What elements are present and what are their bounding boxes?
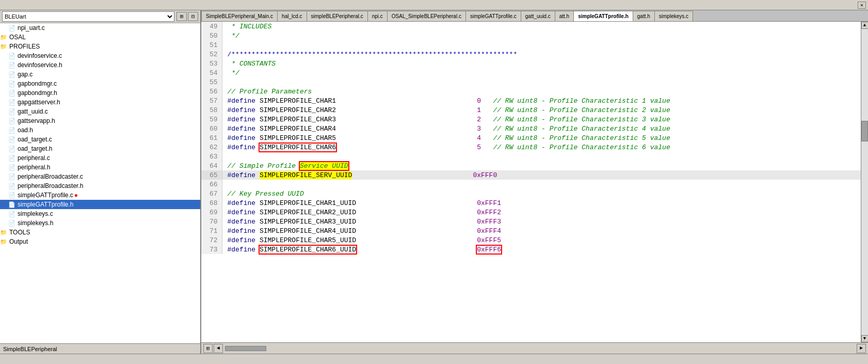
scroll-thumb[interactable] — [861, 121, 868, 141]
tab-simpleGATTprofile-c[interactable]: simpleGATTprofile.c — [466, 11, 521, 21]
editor-btn-2[interactable]: ◄ — [214, 344, 223, 353]
tree-item-peripheralbroadcaster-h[interactable]: 📄 peripheralBroadcaster.h — [0, 181, 200, 191]
file-c-icon: 📄 — [8, 53, 15, 59]
code-row-59: 59 #define SIMPLEPROFILE_CHAR3 2 // RW u… — [201, 115, 861, 124]
code-row-58: 58 #define SIMPLEPROFILE_CHAR2 1 // RW u… — [201, 105, 861, 115]
horizontal-scroll-thumb[interactable] — [225, 346, 266, 351]
tree-label: TOOLS — [9, 229, 30, 236]
code-row-56: 56 // Profile Parameters — [201, 87, 861, 96]
tree-item-oad-target-h[interactable]: 📄 oad_target.h — [0, 144, 200, 153]
vertical-scrollbar[interactable]: ▲ ▼ — [861, 22, 868, 342]
tree-label: devinfoservice.h — [18, 61, 62, 69]
tab-bar: SimpleBLEPeripheral_Main.c hal_lcd.c sim… — [201, 10, 868, 22]
code-row-71: 71 #define SIMPLEPROFILE_CHAR4_UUID 0xFF… — [201, 226, 861, 235]
file-c-icon: 📄 — [8, 155, 15, 162]
code-row-54: 54 */ — [201, 68, 861, 77]
tree-item-gatt-uuid-c[interactable]: 📄 gatt_uuid.c — [0, 107, 200, 116]
file-c-icon: 📄 — [8, 211, 15, 217]
sidebar-toolbar: ⊞ ⊟ — [176, 12, 198, 21]
tab-hal-lcd[interactable]: hal_lcd.c — [278, 11, 307, 21]
tree-item-oad-h[interactable]: 📄 oad.h — [0, 125, 200, 135]
tree-label: PROFILES — [9, 43, 40, 50]
tree-label: gattservapp.h — [18, 117, 55, 124]
tab-simplekeys-c[interactable]: simplekeys.c — [655, 11, 693, 21]
sidebar-btn-1[interactable]: ⊞ — [176, 12, 187, 21]
file-c-icon: 📄 — [8, 108, 15, 115]
file-h-icon: 📄 — [8, 90, 15, 97]
modified-indicator: ● — [74, 192, 78, 199]
tree-item-tools[interactable]: 📁 TOOLS — [0, 228, 200, 237]
tree-item-gapbondmgr-h[interactable]: 📄 gapbondmgr.h — [0, 88, 200, 98]
code-row-69: 69 #define SIMPLEPROFILE_CHAR2_UUID 0xFF… — [201, 208, 861, 217]
folder-icon: 📁 — [0, 43, 7, 50]
file-c-icon: 📄 — [8, 136, 15, 143]
scroll-track[interactable] — [861, 29, 868, 335]
tree-item-osal[interactable]: 📁 OSAL — [0, 33, 200, 42]
tree-label: peripheralBroadcaster.h — [18, 182, 83, 189]
code-row-66: 66 — [201, 180, 861, 189]
tree-item-peripheral-h[interactable]: 📄 peripheral.h — [0, 163, 200, 172]
sidebar-btn-2[interactable]: ⊟ — [188, 12, 198, 21]
tree-item-gattservapp-h[interactable]: 📄 gattservapp.h — [0, 116, 200, 125]
tree-label: oad_target.h — [18, 145, 52, 152]
editor-btn-1[interactable]: ⊞ — [203, 344, 213, 353]
tree-item-devinfoservice-h[interactable]: 📄 devinfoservice.h — [0, 60, 200, 70]
tree-item-devinfoservice-c[interactable]: 📄 devinfoservice.c — [0, 51, 200, 60]
file-h-icon: 📄 — [8, 164, 15, 171]
tree-item-profiles[interactable]: 📁 PROFILES — [0, 42, 200, 51]
code-content: * INCLUDES — [222, 22, 861, 31]
close-button[interactable]: ✕ — [858, 2, 866, 9]
tab-simpleGATTprofile-h[interactable]: simpleGATTprofile.h — [574, 11, 633, 21]
folder-icon: 📁 — [0, 229, 7, 236]
tree-item-peripheral-c[interactable]: 📄 peripheral.c — [0, 153, 200, 163]
line-number: 49 — [201, 22, 222, 31]
file-c-icon: 📄 — [8, 192, 15, 199]
tree-label: Output — [9, 238, 28, 245]
tree-item-peripheralbroadcaster-c[interactable]: 📄 peripheralBroadcaster.c — [0, 172, 200, 181]
editor-toolbar: ⊞ ◄ ► — [201, 342, 868, 354]
folder-icon: 📁 — [0, 34, 7, 41]
code-row-72: 72 #define SIMPLEPROFILE_CHAR5_UUID 0xFF… — [201, 235, 861, 245]
horizontal-scrollbar[interactable] — [224, 345, 856, 352]
file-h-icon: 📄 — [8, 183, 15, 189]
tree-item-simplekeys-h[interactable]: 📄 simplekeys.h — [0, 218, 200, 228]
scroll-up-arrow[interactable]: ▲ — [861, 22, 869, 29]
highlighted-char6: SIMPLEPROFILE_CHAR6 — [260, 144, 336, 151]
tab-gatt-h[interactable]: gatt.h — [633, 11, 655, 21]
tree-item-simplegattprofile-h[interactable]: 📄 simpleGATTprofile.h — [0, 200, 200, 209]
tree-label: npi_uart.c — [18, 24, 45, 31]
tree-label: simplekeys.c — [18, 210, 53, 217]
tree-item-gap-c[interactable]: 📄 gap.c — [0, 70, 200, 79]
editor-btn-right[interactable]: ► — [857, 344, 866, 353]
tab-osal-simpleBLEPeripheral[interactable]: OSAL_SimpleBLEPeripheral.c — [388, 11, 466, 21]
tree-label: gatt_uuid.c — [18, 108, 48, 115]
file-h-icon: 📄 — [8, 99, 15, 106]
tree-item-simplegattprofile-c[interactable]: 📄 simpleGATTprofile.c ● — [0, 191, 200, 200]
tab-npi[interactable]: npi.c — [368, 11, 388, 21]
tree-label: simpleGATTprofile.c — [18, 192, 73, 199]
scroll-down-arrow[interactable]: ▼ — [861, 335, 869, 342]
tab-att-h[interactable]: att.h — [555, 11, 574, 21]
tab-gatt-uuid[interactable]: gatt_uuid.c — [521, 11, 555, 21]
tree-item-simplekeys-c[interactable]: 📄 simplekeys.c — [0, 209, 200, 218]
tab-simpleBLEPeripheral-main[interactable]: SimpleBLEPeripheral_Main.c — [201, 11, 278, 21]
tree-item-gapbondmgr-c[interactable]: 📄 gapbondmgr.c — [0, 79, 200, 88]
tree-item-gapgattserver-h[interactable]: 📄 gapgattserver.h — [0, 98, 200, 107]
file-c-icon: 📄 — [8, 173, 15, 180]
tree-item-npi-uart-c[interactable]: 📄 npi_uart.c — [0, 23, 200, 33]
highlighted-char6-uuid-value: 0xFFF6 — [477, 246, 501, 254]
status-bar — [0, 354, 868, 364]
project-dropdown[interactable]: BLEUart — [2, 11, 174, 22]
code-editor[interactable]: 49 * INCLUDES 50 */ 51 — [201, 22, 861, 342]
tree-item-output[interactable]: 📁 Output — [0, 237, 200, 246]
code-row-60: 60 #define SIMPLEPROFILE_CHAR4 3 // RW u… — [201, 124, 861, 133]
tab-simpleBLEPeripheral[interactable]: simpleBLEPeripheral.c — [307, 11, 368, 21]
file-c-icon: 📄 — [8, 25, 15, 31]
file-h-icon: 📄 — [8, 118, 15, 124]
code-row-70: 70 #define SIMPLEPROFILE_CHAR3_UUID 0xFF… — [201, 217, 861, 226]
tree-item-oad-target-c[interactable]: 📄 oad_target.c — [0, 135, 200, 144]
code-row-62: 62 #define SIMPLEPROFILE_CHAR6 5 // RW u… — [201, 143, 861, 152]
sidebar-status-text: SimpleBLEPeripheral — [3, 346, 57, 352]
file-c-icon: 📄 — [8, 81, 15, 87]
file-tree: 📄 npi_uart.c 📁 OSAL 📁 PROFILES 📄 devinfo… — [0, 23, 200, 343]
